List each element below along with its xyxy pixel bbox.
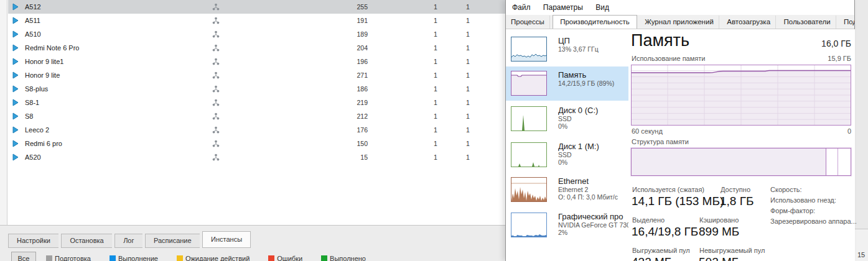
device-row[interactable]: Honor 9 lite 271 1 1	[8, 68, 506, 82]
in-use-value: 14,1 ГБ (153 МБ)	[632, 195, 724, 208]
device-task-count: 271	[337, 68, 368, 82]
menu-bar: Файл Параметры Вид	[506, 0, 854, 15]
device-row[interactable]: Redmi 6 pro 150 1 1	[8, 137, 506, 150]
nonpaged-pool-value: 502 МБ	[699, 255, 739, 261]
all-filter-button[interactable]: Все	[11, 252, 36, 261]
device-task-count: 186	[337, 82, 368, 96]
device-task-count: 189	[337, 27, 368, 41]
sidebar-item-ethernet[interactable]: Ethernet Ethernet 2 О: 0,4 П: 3,0 Мбит/с	[506, 173, 628, 208]
device-group-icon	[212, 17, 220, 24]
bottom-tab[interactable]: Остановка	[61, 234, 111, 248]
sidebar-ethernet-speed: О: 0,4 П: 3,0 Мбит/с	[558, 193, 628, 201]
device-group-icon	[212, 140, 220, 147]
device-col1-value: 1	[426, 150, 445, 164]
legend-item: Подготовка	[46, 255, 91, 261]
play-icon[interactable]	[12, 30, 19, 38]
legend-label: Выполнено	[330, 255, 366, 261]
sidebar-gpu-name: NVIDIA GeForce GT 730	[558, 221, 628, 229]
play-icon[interactable]	[12, 112, 19, 120]
device-col2-value: 1	[459, 150, 477, 164]
device-task-count: 176	[337, 123, 368, 137]
device-group-icon	[212, 71, 220, 79]
play-icon[interactable]	[12, 3, 19, 11]
hw-formfactor-label: Форм-фактор:	[770, 207, 815, 214]
play-icon[interactable]	[12, 126, 19, 134]
device-row[interactable]: A510 189 1 1	[8, 27, 506, 41]
time-zero-label: 0	[847, 127, 851, 135]
task-manager-tab[interactable]: Пользователи	[779, 16, 836, 29]
device-group-icon	[212, 3, 220, 11]
device-col2-value: 1	[459, 41, 477, 55]
legend-item: Выполнение	[110, 255, 158, 261]
device-row[interactable]: Redmi Note 6 Pro 204 1 1	[8, 41, 506, 55]
device-row[interactable]: A512 255 1 1	[8, 0, 506, 14]
task-manager-tab[interactable]: Процессы	[506, 16, 550, 29]
bottom-tab[interactable]: Расписание	[145, 234, 200, 248]
device-row[interactable]: S8-1 219 1 1	[8, 96, 506, 109]
sidebar-item-memory[interactable]: Память 14,2/15,9 ГБ (89%)	[506, 66, 628, 101]
play-icon[interactable]	[12, 17, 19, 24]
legend-label: Выполнение	[118, 255, 158, 261]
device-group-icon	[212, 85, 220, 93]
legend-item: Ошибки	[268, 255, 302, 261]
play-icon[interactable]	[12, 44, 19, 52]
task-manager-tab-bar: Процессы Производительность Журнал прило…	[506, 15, 854, 29]
sidebar-item-disk0[interactable]: Диск 0 (C:) SSD 0%	[506, 102, 628, 137]
device-col2-value: 1	[459, 123, 477, 137]
memory-usage-graph	[631, 65, 851, 126]
composition-free-segment	[838, 149, 851, 175]
device-col2-value: 1	[459, 0, 477, 14]
bottom-tab[interactable]: Инстансы	[202, 231, 251, 248]
device-name: Honor 9 lite	[25, 68, 60, 82]
device-col2-value: 1	[459, 137, 477, 150]
device-row[interactable]: Honor 9 lite1 196 1 1	[8, 55, 506, 68]
hw-reserved-label: Зарезервировано аппара...	[770, 218, 857, 225]
device-col2-value: 1	[459, 55, 477, 68]
task-manager-tab[interactable]: Автозагрузка	[722, 16, 776, 29]
device-row[interactable]: S8 212 1 1	[8, 109, 506, 123]
bottom-tab-bar: Настройки Остановка Лог Расписание Инста…	[8, 232, 251, 247]
legend-label: Ошибки	[277, 255, 302, 261]
menu-item[interactable]: Файл	[512, 3, 531, 12]
play-icon[interactable]	[12, 58, 19, 65]
device-name: A520	[25, 150, 41, 164]
device-row[interactable]: Leeco 2 176 1 1	[8, 123, 506, 137]
sidebar-disk0-type: SSD	[558, 115, 628, 122]
device-group-icon	[212, 58, 220, 65]
device-col2-value: 1	[459, 82, 477, 96]
menu-item[interactable]: Параметры	[543, 3, 583, 12]
task-manager-tab[interactable]: Журнал приложений	[640, 16, 719, 29]
play-icon[interactable]	[12, 99, 19, 106]
task-manager-tab[interactable]: Производительность	[553, 15, 637, 29]
pane-title: Память	[631, 31, 689, 50]
committed-value: 16,4/19,8 ГБ	[632, 225, 698, 239]
sidebar-cpu-title: ЦП	[558, 36, 628, 45]
available-value: 1,8 ГБ	[720, 195, 754, 208]
device-row[interactable]: A511 191 1 1	[8, 14, 506, 27]
play-icon[interactable]	[12, 153, 19, 161]
task-manager-tab[interactable]: Подробности	[839, 16, 854, 29]
device-col1-value: 1	[426, 68, 445, 82]
sidebar-item-disk1[interactable]: Диск 1 (M:) SSD 0%	[506, 138, 628, 172]
sidebar-disk0-title: Диск 0 (C:)	[558, 106, 628, 115]
menu-item[interactable]: Вид	[595, 3, 609, 12]
bottom-tab[interactable]: Лог	[114, 234, 142, 248]
bottom-tab-label: Расписание	[154, 237, 192, 244]
paged-pool-value: 432 МБ	[632, 255, 672, 261]
sidebar-item-gpu[interactable]: Графический про NVIDIA GeForce GT 730 2%	[506, 208, 628, 244]
device-row[interactable]: A520 15 1 1	[8, 150, 506, 164]
memory-composition-bar	[631, 148, 851, 176]
sidebar-item-cpu[interactable]: ЦП 13% 3,67 ГГц	[506, 32, 628, 65]
play-icon[interactable]	[12, 85, 19, 93]
bottom-tab[interactable]: Настройки	[8, 234, 58, 248]
memory-thumbnail-graph	[511, 71, 547, 96]
legend-item: Ожидание действий	[177, 255, 250, 261]
device-col2-value: 1	[459, 27, 477, 41]
gpu-thumbnail-graph	[511, 213, 547, 237]
device-group-icon	[212, 99, 220, 106]
device-task-count: 191	[337, 14, 368, 27]
play-icon[interactable]	[12, 71, 19, 79]
sidebar-disk1-title: Диск 1 (M:)	[558, 142, 628, 151]
play-icon[interactable]	[12, 140, 19, 147]
device-row[interactable]: S8-plus 186 1 1	[8, 82, 506, 96]
